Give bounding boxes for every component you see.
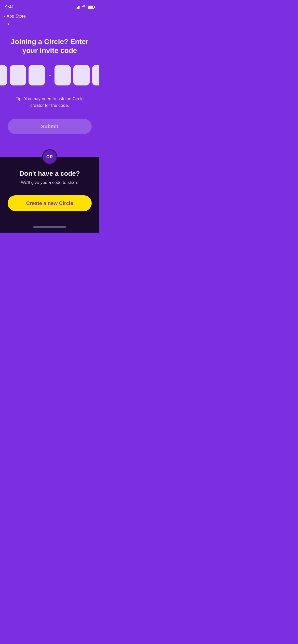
dark-section: Don't have a code? We'll give you a code… (0, 157, 99, 224)
signal-icon (76, 5, 80, 9)
tip-text: Tip: You may need to ask the Circle crea… (8, 96, 92, 109)
back-button[interactable]: ‹ (8, 21, 10, 27)
home-bar (33, 226, 66, 228)
create-circle-button[interactable]: Create a new Circle (8, 195, 92, 211)
code-group-right (55, 65, 99, 85)
no-code-subtitle: We'll give you a code to share (21, 180, 78, 185)
code-dash: - (48, 71, 51, 80)
back-row: ‹ (8, 21, 92, 32)
wifi-icon (82, 5, 86, 9)
code-box-6[interactable] (92, 65, 99, 85)
code-box-2[interactable] (10, 65, 26, 85)
status-time: 9:41 (5, 5, 14, 10)
code-box-5[interactable] (73, 65, 90, 85)
status-icons (76, 5, 94, 9)
code-box-1[interactable] (0, 65, 7, 85)
battery-icon (88, 6, 94, 9)
screen: 9:41 ‹ App Store (0, 0, 99, 233)
code-box-4[interactable] (55, 65, 71, 85)
no-code-title: Don't have a code? (19, 170, 80, 178)
app-store-back-link[interactable]: ‹ App Store (4, 14, 26, 19)
submit-button[interactable]: Submit (8, 119, 92, 134)
page-title: Joining a Circle? Enter your invite code (8, 37, 92, 55)
purple-section: ‹ Joining a Circle? Enter your invite co… (0, 21, 99, 157)
app-store-nav: ‹ App Store (0, 13, 99, 21)
or-circle: OR (42, 149, 57, 165)
home-indicator (0, 224, 99, 233)
app-store-label: App Store (7, 14, 26, 19)
code-box-3[interactable] (29, 65, 45, 85)
code-input-row: - (0, 65, 99, 85)
code-group-left (0, 65, 45, 85)
chevron-left-icon: ‹ (4, 14, 6, 19)
status-bar: 9:41 (0, 0, 99, 13)
or-divider-wrapper: OR (8, 134, 92, 157)
